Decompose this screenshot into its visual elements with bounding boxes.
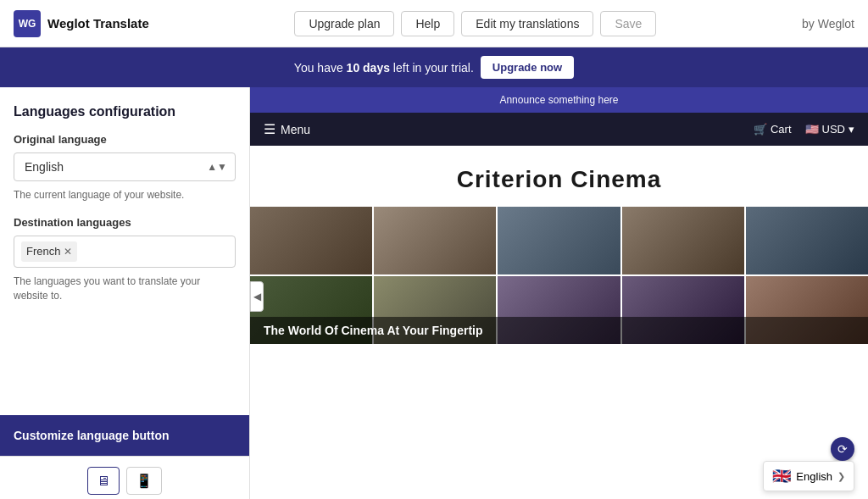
grid-cell-3 [498,207,620,274]
device-switcher: 🖥 📱 [0,456,249,499]
cart-icon: 🛒 [754,123,767,136]
lang-flag-icon: 🇬🇧 [772,467,791,485]
original-language-help: The current language of your website. [14,188,236,202]
collapse-icon: ◀ [253,291,261,302]
french-tag-label: French [26,245,60,258]
nav-menu-label[interactable]: Menu [281,123,310,136]
hero-overlay-label: The World Of Cinema At Your Fingertip [264,324,483,337]
desktop-icon: 🖥 [97,474,110,488]
mobile-icon: 📱 [136,474,153,488]
destination-languages-label: Destination languages [14,216,236,229]
banner-text-after: left in your trial. [390,61,474,75]
edit-translations-button[interactable]: Edit my translations [461,11,593,36]
store-announce-bar: Announce something here [250,87,868,113]
top-bar: WG Weglot Translate Upgrade plan Help Ed… [0,0,868,47]
original-language-select-wrapper: English ▲▼ [14,152,236,181]
cart-label: Cart [771,123,792,136]
save-button[interactable]: Save [600,11,656,36]
language-switcher-widget[interactable]: 🇬🇧 English ❯ [763,461,854,491]
sidebar-content: Languages configuration Original languag… [0,87,249,415]
desktop-view-button[interactable]: 🖥 [87,467,120,495]
languages-config-title: Languages configuration [14,104,236,119]
banner-text-before: You have [294,61,347,75]
announce-text: Announce something here [499,94,618,106]
store-title: Criterion Cinema [264,166,854,193]
grid-cell-4 [622,207,744,274]
lang-widget-label: English [796,470,832,483]
upgrade-now-button[interactable]: Upgrade now [481,56,574,79]
store-nav-right: 🛒 Cart 🇺🇸 USD ▾ [754,123,854,136]
original-language-select[interactable]: English [14,152,236,181]
help-button[interactable]: Help [401,11,454,36]
app-title: Weglot Translate [47,16,149,30]
image-grid-container: The World Of Cinema At Your Fingertip [250,207,868,344]
grid-overlay-text: The World Of Cinema At Your Fingertip [250,317,868,344]
trial-banner: You have 10 days left in your trial. Upg… [0,47,868,87]
grid-cell-1 [250,207,372,274]
store-preview: Announce something here ☰ Menu 🛒 Cart 🇺🇸… [250,87,868,499]
mobile-view-button[interactable]: 📱 [126,467,162,495]
store-nav: ☰ Menu 🛒 Cart 🇺🇸 USD ▾ [250,113,868,146]
nav-cart[interactable]: 🛒 Cart [754,123,792,136]
french-tag-remove[interactable]: ✕ [64,247,72,257]
flag-icon: 🇺🇸 [805,123,819,136]
sidebar: Languages configuration Original languag… [0,87,250,499]
destination-languages-section: Destination languages French ✕ The langu… [14,216,236,303]
lang-widget-chevron-icon: ❯ [837,471,845,482]
toolbar: Upgrade plan Help Edit my translations S… [294,11,656,36]
logo: WG [14,10,41,37]
grid-cell-2 [374,207,496,274]
destination-tags-input[interactable]: French ✕ [14,236,236,268]
grid-cell-5 [746,207,868,274]
destination-languages-help: The languages you want to translate your… [14,274,236,303]
store-hero: Criterion Cinema [250,146,868,207]
french-tag: French ✕ [21,241,77,262]
banner-highlight: 10 days [347,61,390,75]
upgrade-plan-button[interactable]: Upgrade plan [294,11,394,36]
collapse-handle[interactable]: ◀ [250,281,264,312]
by-label: by Weglot [802,17,854,30]
currency-chevron-icon: ▾ [849,123,854,136]
top-bar-left: WG Weglot Translate [14,10,149,37]
translate-icon: ⟳ [837,442,848,456]
original-language-label: Original language [14,133,236,146]
main-layout: Languages configuration Original languag… [0,87,868,499]
logo-text: WG [19,18,36,30]
hamburger-icon[interactable]: ☰ [264,121,275,137]
banner-text: You have 10 days left in your trial. [294,61,474,75]
preview-panel: ◀ Announce something here ☰ Menu 🛒 Cart [250,87,868,499]
currency-label: USD [822,123,845,136]
store-nav-left: ☰ Menu [264,121,310,137]
translate-icon-button[interactable]: ⟳ [831,437,854,461]
customize-language-button[interactable]: Customize language button [0,415,249,456]
nav-currency[interactable]: 🇺🇸 USD ▾ [805,123,854,136]
